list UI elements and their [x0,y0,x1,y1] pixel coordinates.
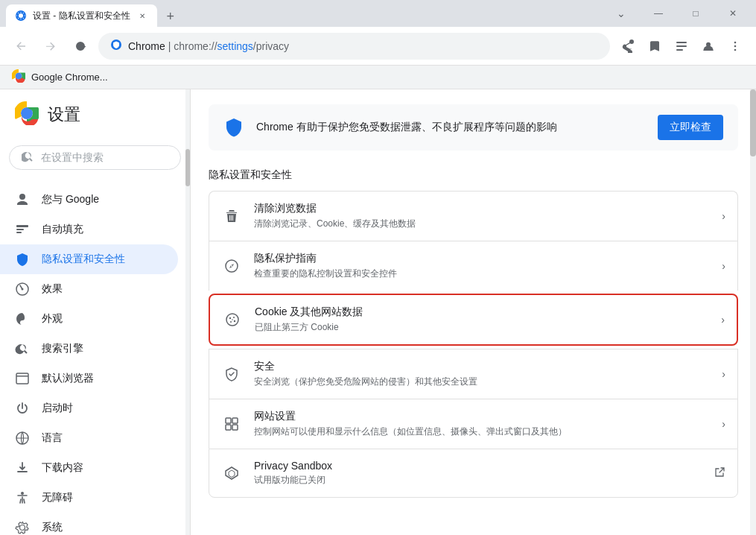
sidebar-item-label: 效果 [42,282,163,296]
svg-point-19 [22,288,24,291]
autofill-icon [15,222,30,237]
item-subtitle: 试用版功能已关闭 [254,474,702,487]
menu-button[interactable] [723,34,747,58]
svg-rect-17 [16,232,22,233]
system-icon [15,520,30,535]
settings-item-security[interactable]: 安全 安全浏览（保护您免受危险网站的侵害）和其他安全设置 › [209,349,738,399]
check-now-button[interactable]: 立即检查 [658,115,723,140]
external-link-icon [714,466,725,481]
bookmark-button[interactable] [643,34,667,58]
new-tab-button[interactable]: + [160,6,181,27]
chrome-bar: Google Chrome... [0,66,756,89]
address-path: /privacy [253,40,289,52]
forward-button[interactable] [39,34,63,58]
settings-item-privacy-guide[interactable]: 隐私保护指南 检查重要的隐私控制设置和安全控件 › [209,241,738,291]
refresh-button[interactable] [69,34,92,58]
banner-shield-icon [223,117,244,138]
sidebar-item-downloads[interactable]: 下载内容 [0,453,178,483]
content-area: Chrome 有助于保护您免受数据泄露、不良扩展程序等问题的影响 立即检查 隐私… [191,89,756,535]
shield-check-icon [221,364,242,384]
collapse-button[interactable]: ⌄ [604,0,638,27]
security-banner: Chrome 有助于保护您免受数据泄露、不良扩展程序等问题的影响 立即检查 [209,104,738,151]
tab-search-button[interactable] [670,34,693,58]
profile-button[interactable] [696,34,720,58]
sidebar-item-label: 默认浏览器 [42,372,163,385]
settings-list: 清除浏览数据 清除浏览记录、Cookie、缓存及其他数据 › 隐私保护指南 检查… [191,191,756,498]
share-button[interactable] [616,34,640,58]
sidebar-item-system[interactable]: 系统 [0,513,178,535]
settings-item-site-settings[interactable]: 网站设置 控制网站可以使用和显示什么信息（如位置信息、摄像头、弹出式窗口及其他）… [209,399,738,449]
tab-close-button[interactable]: ✕ [136,10,148,22]
sidebar-item-autofill[interactable]: 自动填充 [0,215,178,244]
search-box-container: 在设置中搜索 [0,139,190,182]
close-button[interactable]: ✕ [716,0,750,27]
sidebar-item-browser[interactable]: 默认浏览器 [0,364,178,393]
arrow-icon: › [722,368,725,380]
svg-point-8 [734,48,737,51]
back-button[interactable] [9,34,33,58]
language-icon [15,431,30,446]
svg-point-29 [230,321,232,323]
svg-rect-32 [226,418,231,423]
power-icon [15,401,30,416]
arrow-icon: › [722,418,725,430]
address-bar[interactable]: Chrome | chrome://settings/privacy [98,33,610,60]
shield-icon [15,252,30,267]
address-domain: Chrome [128,40,165,52]
svg-point-23 [21,492,24,495]
svg-point-28 [233,317,235,318]
sandbox-icon [221,463,242,484]
sidebar-item-language[interactable]: 语言 [0,423,178,453]
person-icon [15,192,30,207]
svg-rect-15 [16,225,28,227]
content-scrollbar-thumb [750,89,756,156]
sidebar-item-privacy[interactable]: 隐私设置和安全性 [0,244,178,274]
sidebar-item-you-google[interactable]: 您与 Google [0,185,178,215]
address-text: Chrome | chrome://settings/privacy [128,40,598,52]
address-security-icon [110,39,122,53]
svg-rect-3 [676,45,687,47]
sidebar-scrollbar-track [185,89,190,535]
item-title: Privacy Sandbox [254,460,702,472]
item-content-site: 网站设置 控制网站可以使用和显示什么信息（如位置信息、摄像头、弹出式窗口及其他） [254,410,710,438]
content-scrollbar-track [750,89,756,535]
sidebar-item-label: 您与 Google [42,193,163,206]
settings-item-privacy-sandbox[interactable]: Privacy Sandbox 试用版功能已关闭 [209,449,738,498]
item-content-privacy-guide: 隐私保护指南 检查重要的隐私控制设置和安全控件 [254,252,710,280]
settings-item-cookies[interactable]: Cookie 及其他网站数据 已阻止第三方 Cookie › [209,294,738,346]
window-controls: ⌄ — □ ✕ [604,0,750,27]
svg-rect-33 [232,418,238,423]
browser-icon [15,371,30,386]
svg-point-27 [229,317,231,319]
svg-rect-20 [16,373,28,384]
svg-rect-21 [16,376,28,377]
sidebar-item-performance[interactable]: 效果 [0,274,178,304]
sidebar-item-label: 隐私设置和安全性 [42,253,163,266]
settings-item-clear-browsing[interactable]: 清除浏览数据 清除浏览记录、Cookie、缓存及其他数据 › [209,191,738,241]
sidebar-item-label: 语言 [42,431,163,445]
arrow-icon: › [722,260,725,272]
sidebar-item-label: 启动时 [42,402,163,415]
search-box[interactable]: 在设置中搜索 [9,145,181,170]
address-scheme: chrome:// [174,40,217,52]
svg-point-6 [734,41,737,43]
trash-icon [221,206,242,227]
site-icon [221,414,242,434]
tab-area: 设置 - 隐私设置和安全性 ✕ + [6,0,604,27]
svg-point-14 [23,110,31,118]
item-subtitle: 控制网站可以使用和显示什么信息（如位置信息、摄像头、弹出式窗口及其他） [254,425,710,438]
nav-actions [616,34,747,58]
compass-icon [221,256,242,276]
sidebar-item-startup[interactable]: 启动时 [0,393,178,423]
minimize-button[interactable]: — [641,0,676,27]
active-tab[interactable]: 设置 - 隐私设置和安全性 ✕ [6,4,157,27]
svg-rect-35 [232,425,238,430]
sidebar-item-appearance[interactable]: 外观 [0,304,178,334]
sidebar-item-accessibility[interactable]: 无障碍 [0,483,178,513]
chrome-logo [12,69,25,85]
sidebar-item-search[interactable]: 搜索引擎 [0,334,178,364]
svg-point-31 [232,319,233,320]
maximize-button[interactable]: □ [679,0,713,27]
svg-point-11 [16,74,21,78]
item-title: Cookie 及其他网站数据 [255,306,709,319]
